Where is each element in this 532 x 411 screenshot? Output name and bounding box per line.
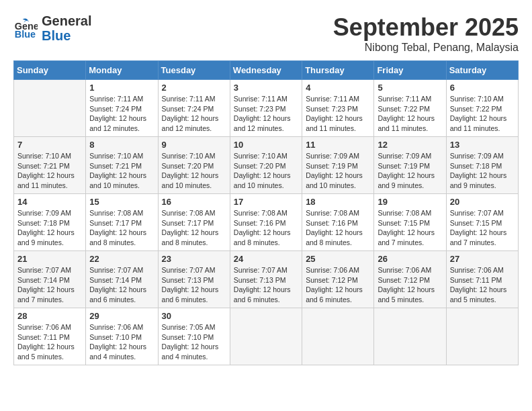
page-header: General Blue General Blue September 2025… xyxy=(13,13,519,54)
logo: General Blue General Blue xyxy=(13,13,91,43)
calendar-cell: 23Sunrise: 7:07 AM Sunset: 7:13 PM Dayli… xyxy=(158,251,230,308)
calendar-cell: 29Sunrise: 7:06 AM Sunset: 7:10 PM Dayli… xyxy=(86,308,158,365)
day-info: Sunrise: 7:09 AM Sunset: 7:19 PM Dayligh… xyxy=(378,151,442,191)
calendar-cell: 8Sunrise: 7:10 AM Sunset: 7:21 PM Daylig… xyxy=(86,137,158,194)
day-info: Sunrise: 7:08 AM Sunset: 7:16 PM Dayligh… xyxy=(234,208,298,248)
day-number: 23 xyxy=(162,254,226,264)
calendar-cell: 10Sunrise: 7:10 AM Sunset: 7:20 PM Dayli… xyxy=(230,137,302,194)
day-header-sunday: Sunday xyxy=(14,61,86,80)
day-info: Sunrise: 7:11 AM Sunset: 7:23 PM Dayligh… xyxy=(306,94,370,134)
calendar-cell: 1Sunrise: 7:11 AM Sunset: 7:24 PM Daylig… xyxy=(86,80,158,137)
day-number: 26 xyxy=(378,254,442,264)
calendar-cell: 30Sunrise: 7:05 AM Sunset: 7:10 PM Dayli… xyxy=(158,308,230,365)
month-title: September 2025 xyxy=(333,13,519,42)
day-number: 1 xyxy=(89,83,154,93)
day-info: Sunrise: 7:07 AM Sunset: 7:13 PM Dayligh… xyxy=(234,265,298,305)
day-number: 12 xyxy=(378,140,442,150)
day-number: 2 xyxy=(162,83,226,93)
day-header-wednesday: Wednesday xyxy=(230,61,302,80)
day-info: Sunrise: 7:09 AM Sunset: 7:18 PM Dayligh… xyxy=(17,208,82,248)
day-info: Sunrise: 7:09 AM Sunset: 7:18 PM Dayligh… xyxy=(450,151,515,191)
day-header-tuesday: Tuesday xyxy=(158,61,230,80)
day-number: 19 xyxy=(378,197,442,207)
day-header-thursday: Thursday xyxy=(302,61,374,80)
calendar-cell: 18Sunrise: 7:08 AM Sunset: 7:16 PM Dayli… xyxy=(302,194,374,251)
day-info: Sunrise: 7:06 AM Sunset: 7:12 PM Dayligh… xyxy=(378,265,442,305)
day-info: Sunrise: 7:08 AM Sunset: 7:17 PM Dayligh… xyxy=(162,208,226,248)
calendar-cell: 27Sunrise: 7:06 AM Sunset: 7:11 PM Dayli… xyxy=(446,251,518,308)
day-info: Sunrise: 7:10 AM Sunset: 7:20 PM Dayligh… xyxy=(234,151,298,191)
calendar-cell xyxy=(230,308,302,365)
logo-icon: General Blue xyxy=(13,16,38,40)
day-info: Sunrise: 7:08 AM Sunset: 7:16 PM Dayligh… xyxy=(306,208,370,248)
calendar-cell: 7Sunrise: 7:10 AM Sunset: 7:21 PM Daylig… xyxy=(14,137,86,194)
day-info: Sunrise: 7:07 AM Sunset: 7:13 PM Dayligh… xyxy=(162,265,226,305)
day-number: 8 xyxy=(89,140,154,150)
calendar-cell: 24Sunrise: 7:07 AM Sunset: 7:13 PM Dayli… xyxy=(230,251,302,308)
calendar-cell: 25Sunrise: 7:06 AM Sunset: 7:12 PM Dayli… xyxy=(302,251,374,308)
day-info: Sunrise: 7:11 AM Sunset: 7:24 PM Dayligh… xyxy=(89,94,154,134)
calendar-cell: 22Sunrise: 7:07 AM Sunset: 7:14 PM Dayli… xyxy=(86,251,158,308)
calendar-cell: 20Sunrise: 7:07 AM Sunset: 7:15 PM Dayli… xyxy=(446,194,518,251)
calendar-cell: 4Sunrise: 7:11 AM Sunset: 7:23 PM Daylig… xyxy=(302,80,374,137)
day-number: 22 xyxy=(89,254,154,264)
day-info: Sunrise: 7:06 AM Sunset: 7:10 PM Dayligh… xyxy=(89,322,154,362)
day-header-saturday: Saturday xyxy=(446,61,518,80)
day-number: 9 xyxy=(162,140,226,150)
calendar-cell: 21Sunrise: 7:07 AM Sunset: 7:14 PM Dayli… xyxy=(14,251,86,308)
day-info: Sunrise: 7:11 AM Sunset: 7:23 PM Dayligh… xyxy=(234,94,298,134)
day-header-monday: Monday xyxy=(86,61,158,80)
calendar-cell: 5Sunrise: 7:11 AM Sunset: 7:22 PM Daylig… xyxy=(374,80,446,137)
day-number: 18 xyxy=(306,197,370,207)
calendar-cell: 28Sunrise: 7:06 AM Sunset: 7:11 PM Dayli… xyxy=(14,308,86,365)
day-info: Sunrise: 7:10 AM Sunset: 7:20 PM Dayligh… xyxy=(162,151,226,191)
day-info: Sunrise: 7:10 AM Sunset: 7:21 PM Dayligh… xyxy=(89,151,154,191)
calendar-cell xyxy=(302,308,374,365)
calendar-cell: 26Sunrise: 7:06 AM Sunset: 7:12 PM Dayli… xyxy=(374,251,446,308)
day-info: Sunrise: 7:06 AM Sunset: 7:12 PM Dayligh… xyxy=(306,265,370,305)
calendar-cell: 14Sunrise: 7:09 AM Sunset: 7:18 PM Dayli… xyxy=(14,194,86,251)
day-number: 6 xyxy=(450,83,515,93)
calendar-cell: 15Sunrise: 7:08 AM Sunset: 7:17 PM Dayli… xyxy=(86,194,158,251)
calendar-cell: 12Sunrise: 7:09 AM Sunset: 7:19 PM Dayli… xyxy=(374,137,446,194)
day-info: Sunrise: 7:06 AM Sunset: 7:11 PM Dayligh… xyxy=(450,265,515,305)
calendar-cell: 3Sunrise: 7:11 AM Sunset: 7:23 PM Daylig… xyxy=(230,80,302,137)
day-info: Sunrise: 7:07 AM Sunset: 7:14 PM Dayligh… xyxy=(89,265,154,305)
day-info: Sunrise: 7:08 AM Sunset: 7:15 PM Dayligh… xyxy=(378,208,442,248)
day-number: 16 xyxy=(162,197,226,207)
day-number: 10 xyxy=(234,140,298,150)
day-number: 4 xyxy=(306,83,370,93)
calendar-table: SundayMondayTuesdayWednesdayThursdayFrid… xyxy=(13,60,519,365)
calendar-cell: 13Sunrise: 7:09 AM Sunset: 7:18 PM Dayli… xyxy=(446,137,518,194)
calendar-cell xyxy=(14,80,86,137)
day-number: 5 xyxy=(378,83,442,93)
day-info: Sunrise: 7:06 AM Sunset: 7:11 PM Dayligh… xyxy=(17,322,82,362)
day-number: 29 xyxy=(89,311,154,321)
title-block: September 2025 Nibong Tebal, Penang, Mal… xyxy=(333,13,519,54)
day-info: Sunrise: 7:10 AM Sunset: 7:21 PM Dayligh… xyxy=(17,151,82,191)
svg-text:Blue: Blue xyxy=(15,29,36,40)
day-number: 3 xyxy=(234,83,298,93)
day-number: 7 xyxy=(17,140,82,150)
day-number: 24 xyxy=(234,254,298,264)
location-subtitle: Nibong Tebal, Penang, Malaysia xyxy=(333,42,519,54)
day-number: 28 xyxy=(17,311,82,321)
calendar-cell: 17Sunrise: 7:08 AM Sunset: 7:16 PM Dayli… xyxy=(230,194,302,251)
calendar-cell: 2Sunrise: 7:11 AM Sunset: 7:24 PM Daylig… xyxy=(158,80,230,137)
calendar-cell xyxy=(374,308,446,365)
day-header-friday: Friday xyxy=(374,61,446,80)
day-info: Sunrise: 7:05 AM Sunset: 7:10 PM Dayligh… xyxy=(162,322,226,362)
day-info: Sunrise: 7:11 AM Sunset: 7:22 PM Dayligh… xyxy=(378,94,442,134)
calendar-cell: 19Sunrise: 7:08 AM Sunset: 7:15 PM Dayli… xyxy=(374,194,446,251)
day-number: 15 xyxy=(89,197,154,207)
day-info: Sunrise: 7:07 AM Sunset: 7:14 PM Dayligh… xyxy=(17,265,82,305)
day-info: Sunrise: 7:09 AM Sunset: 7:19 PM Dayligh… xyxy=(306,151,370,191)
calendar-cell xyxy=(446,308,518,365)
day-number: 27 xyxy=(450,254,515,264)
day-number: 21 xyxy=(17,254,82,264)
day-number: 13 xyxy=(450,140,515,150)
calendar-cell: 9Sunrise: 7:10 AM Sunset: 7:20 PM Daylig… xyxy=(158,137,230,194)
calendar-cell: 11Sunrise: 7:09 AM Sunset: 7:19 PM Dayli… xyxy=(302,137,374,194)
day-info: Sunrise: 7:08 AM Sunset: 7:17 PM Dayligh… xyxy=(89,208,154,248)
day-info: Sunrise: 7:11 AM Sunset: 7:24 PM Dayligh… xyxy=(162,94,226,134)
